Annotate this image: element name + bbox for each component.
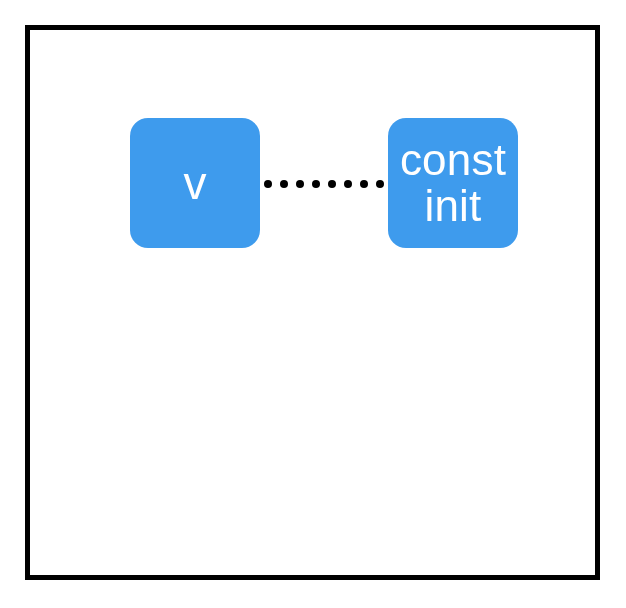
edge-dot: [296, 180, 304, 188]
edge-dot: [264, 180, 272, 188]
edge-dot: [280, 180, 288, 188]
node-v-label: v: [183, 159, 206, 207]
diagram-canvas: v const init: [25, 25, 600, 580]
edge-dot: [344, 180, 352, 188]
edge-dot: [328, 180, 336, 188]
edge-v-to-constinit: [264, 178, 384, 190]
node-constinit-label: const init: [400, 137, 506, 229]
edge-dot: [376, 180, 384, 188]
node-v: v: [130, 118, 260, 248]
node-constinit: const init: [388, 118, 518, 248]
edge-dot: [360, 180, 368, 188]
edge-dot: [312, 180, 320, 188]
